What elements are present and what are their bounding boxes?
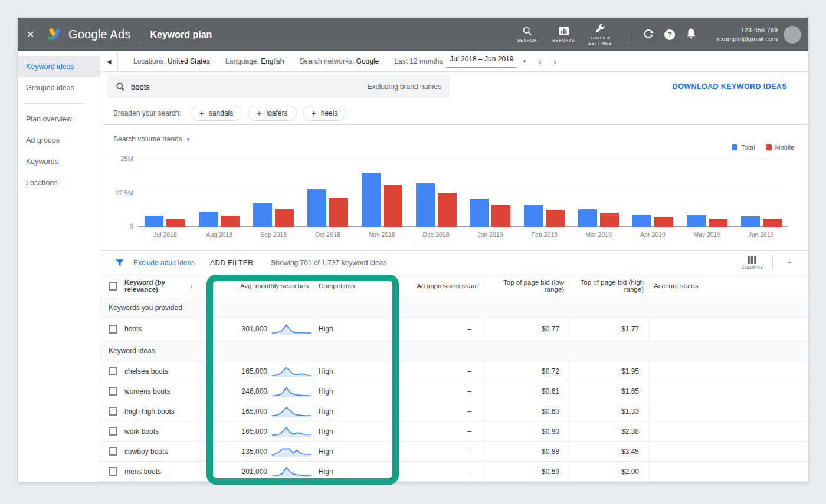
date-pager: ‹ › xyxy=(539,57,556,67)
columns-button[interactable]: COLUMNS xyxy=(742,256,763,269)
bar-mobile xyxy=(654,217,673,227)
header-keyword[interactable]: Keyword (by relevance) ↓ xyxy=(100,275,198,297)
reports-nav-button[interactable]: REPORTS xyxy=(545,26,582,44)
x-tick-label: Jan 2019 xyxy=(463,231,517,238)
cell-competition: High xyxy=(314,318,392,340)
header-account-status[interactable]: Account status xyxy=(649,275,808,297)
toolbar-divider xyxy=(772,255,773,271)
row-checkbox[interactable] xyxy=(109,325,117,334)
date-range-setting[interactable]: Last 12 months Jul 2018 – Jun 2019 ▾ xyxy=(394,55,526,68)
chart-title-dropdown[interactable]: Search volume trends ▾ xyxy=(113,134,192,149)
legend-label: Mobile xyxy=(775,144,794,151)
x-tick-label: Feb 2019 xyxy=(517,231,572,238)
broaden-chip-heels[interactable]: +heels xyxy=(303,106,347,121)
bar-mobile xyxy=(438,193,457,227)
cell-bid-low: $0.61 xyxy=(484,381,569,401)
row-checkbox[interactable] xyxy=(109,447,117,456)
broaden-chip-sandals[interactable]: +sandals xyxy=(191,106,242,121)
filter-funnel-icon[interactable] xyxy=(114,258,125,268)
cell-avg-monthly-searches: 201,000 xyxy=(198,462,314,481)
x-tick-label: May 2019 xyxy=(680,231,734,238)
header-ad-impression-share[interactable]: Ad impression share xyxy=(392,275,484,297)
trend-sparkline-icon xyxy=(272,365,311,378)
cell-ad-impression-share: – xyxy=(392,421,484,441)
select-all-checkbox[interactable] xyxy=(109,282,117,291)
sidebar-item-grouped-ideas[interactable]: Grouped ideas xyxy=(18,77,100,98)
table-row: chelsea boots165,000High–$0.72$1.95 xyxy=(100,361,808,381)
bar-total xyxy=(199,212,218,227)
chevron-down-icon[interactable]: ▾ xyxy=(523,58,526,64)
cell-account-status xyxy=(649,442,808,461)
help-button[interactable]: ? xyxy=(659,29,680,40)
avg-searches-value: 246,000 xyxy=(242,387,267,396)
refresh-button[interactable] xyxy=(638,28,659,41)
avg-searches-value: 135,000 xyxy=(242,447,267,456)
y-tick-12-5m: 12.5M xyxy=(112,189,133,196)
table-row: cowboy boots135,000High–$0.88$3.45 xyxy=(100,442,808,462)
search-nav-label: SEARCH xyxy=(512,38,542,44)
top-app-bar: × Google Ads Keyword plan SEARCH xyxy=(18,18,808,51)
bar-mobile xyxy=(600,213,619,227)
notifications-button[interactable] xyxy=(680,28,702,41)
back-button[interactable]: ◀ xyxy=(100,51,118,71)
download-keyword-ideas-button[interactable]: DOWNLOAD KEYWORD IDEAS xyxy=(673,83,787,91)
table-body: Keywords you providedboots301,000High–$0… xyxy=(100,297,808,482)
avg-searches-value: 165,000 xyxy=(242,367,267,375)
cell-ad-impression-share: – xyxy=(392,462,484,481)
wrench-icon xyxy=(595,23,605,34)
sidebar: Keyword ideas Grouped ideas Plan overvie… xyxy=(18,51,100,482)
row-checkbox[interactable] xyxy=(109,387,117,396)
cell-account-status xyxy=(649,361,808,381)
bar-total xyxy=(253,203,272,227)
avatar[interactable] xyxy=(784,26,801,44)
header-bid-low[interactable]: Top of page bid (low range) xyxy=(484,275,569,297)
cell-bid-high: $2.00 xyxy=(569,462,649,481)
close-icon[interactable]: × xyxy=(27,28,42,41)
bar-total xyxy=(578,209,597,227)
brand-filter-label[interactable]: Excluding brand names xyxy=(368,83,441,91)
sidebar-item-plan-overview[interactable]: Plan overview xyxy=(18,108,100,130)
sort-descending-icon: ↓ xyxy=(189,282,193,290)
header-avg-monthly-searches[interactable]: Avg. monthly searches xyxy=(198,275,314,297)
cell-bid-high: $1.95 xyxy=(569,361,649,381)
row-checkbox[interactable] xyxy=(109,407,117,416)
keyword-search-input[interactable]: boots Excluding brand names xyxy=(107,75,450,98)
language-setting[interactable]: Language: English xyxy=(225,57,284,65)
account-email: example@gmail.com xyxy=(717,35,778,44)
chart-plot-area: 25M 12.5M 0 xyxy=(138,159,788,227)
row-checkbox[interactable] xyxy=(109,367,117,375)
tools-settings-nav-button[interactable]: TOOLS & SETTINGS xyxy=(582,23,618,47)
cell-competition: High xyxy=(314,462,392,481)
sidebar-item-ad-groups[interactable]: Ad groups xyxy=(18,130,100,151)
bar-mobile xyxy=(275,209,294,227)
exclude-adult-ideas-link[interactable]: Exclude adult ideas xyxy=(133,259,195,267)
keyword-label: chelsea boots xyxy=(124,367,168,375)
plan-settings-bar: ◀ Locations: United States Language: Eng… xyxy=(100,51,808,72)
reports-nav-label: REPORTS xyxy=(549,38,578,44)
networks-setting[interactable]: Search networks: Google xyxy=(300,57,379,65)
collapse-icon[interactable]: › xyxy=(784,257,794,269)
cell-avg-monthly-searches: 165,000 xyxy=(198,361,314,381)
plus-icon: + xyxy=(199,108,204,118)
bar-mobile xyxy=(491,205,510,227)
next-period-button[interactable]: › xyxy=(553,57,556,67)
account-info[interactable]: 123-456-789 example@gmail.com xyxy=(717,26,778,44)
sidebar-item-keywords[interactable]: Keywords xyxy=(18,151,100,172)
header-competition[interactable]: Competition xyxy=(314,275,392,297)
prev-period-button[interactable]: ‹ xyxy=(539,57,542,67)
date-range-value[interactable]: Jul 2018 – Jun 2019 xyxy=(446,55,517,68)
sidebar-item-keyword-ideas[interactable]: Keyword ideas xyxy=(18,56,100,77)
header-bid-high[interactable]: Top of page bid (high range) xyxy=(569,275,649,297)
row-checkbox[interactable] xyxy=(109,467,117,476)
row-checkbox[interactable] xyxy=(109,427,117,436)
broaden-chip-loafers[interactable]: +loafers xyxy=(248,106,296,121)
locations-setting[interactable]: Locations: United States xyxy=(133,57,210,65)
sidebar-item-locations[interactable]: Locations xyxy=(18,172,100,193)
reports-icon xyxy=(558,26,569,36)
bar-group-mar-2019 xyxy=(572,159,626,227)
search-nav-button[interactable]: SEARCH xyxy=(509,26,545,44)
columns-label: COLUMNS xyxy=(742,265,763,269)
add-filter-button[interactable]: ADD FILTER xyxy=(210,259,253,267)
chip-label: sandals xyxy=(209,109,233,117)
bar-total xyxy=(741,216,760,227)
